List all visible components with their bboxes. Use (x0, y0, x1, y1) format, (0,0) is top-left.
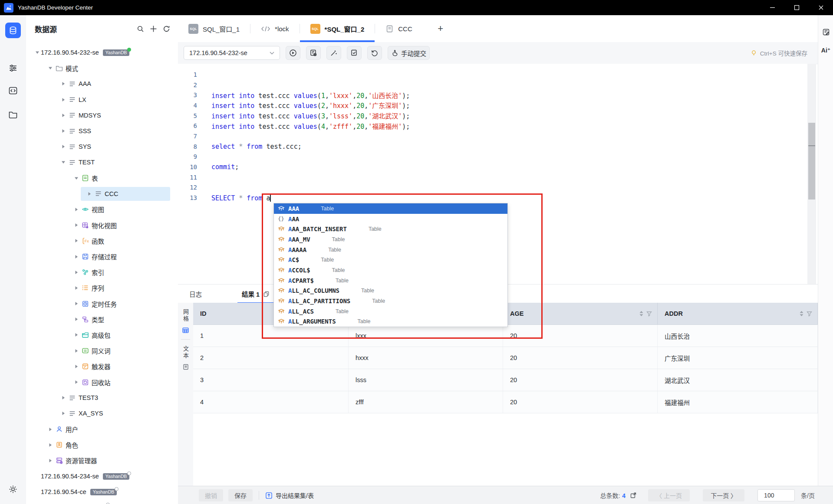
tree-item-索引[interactable]: 索引 (26, 265, 178, 280)
tree-item-SSS[interactable]: SSS (26, 123, 178, 139)
chevron-right-icon[interactable] (73, 206, 80, 213)
editor-line-7[interactable]: 7 (178, 131, 807, 141)
chevron-right-icon[interactable] (73, 300, 80, 307)
chevron-right-icon[interactable] (73, 253, 80, 260)
chevron-right-icon[interactable] (60, 80, 67, 87)
editor-line-9[interactable]: 9 (178, 152, 807, 162)
tree-item-172.16.90.54-232-se[interactable]: 172.16.90.54-232-seYashanDB (26, 45, 178, 60)
editor-line-3[interactable]: 3insert into test.ccc values(1,'lxxx',20… (178, 90, 807, 100)
grid-cell[interactable]: 4 (193, 391, 349, 413)
add-datasource-icon[interactable] (150, 25, 157, 33)
sort-icon[interactable] (639, 311, 644, 317)
tree-item-序列[interactable]: 序列 (26, 280, 178, 296)
autocomplete-item-AAA[interactable]: AAATable (274, 203, 507, 214)
tree-item-存储过程[interactable]: 存储过程 (26, 249, 178, 264)
editor-tab-SQL_窗口_1[interactable]: SQLSQL_窗口_1 (178, 15, 250, 42)
chevron-right-icon[interactable] (73, 316, 80, 323)
tree-item-表[interactable]: 表 (26, 170, 178, 186)
grid-data-row[interactable]: 1lxxx20山西长治 (193, 325, 818, 347)
tree-item-类型[interactable]: 类型 (26, 311, 178, 327)
rollback-button[interactable] (367, 46, 382, 60)
autocomplete-item-ACCOL$[interactable]: ACCOL$Table (274, 265, 507, 275)
tree-item-LX[interactable]: LX (26, 92, 178, 108)
validate-button[interactable] (347, 46, 362, 60)
chevron-right-icon[interactable] (73, 331, 80, 338)
column-header-AGE[interactable]: AGE (503, 303, 658, 324)
chevron-right-icon[interactable] (47, 457, 54, 464)
tree-item-同义词[interactable]: 同义词 (26, 343, 178, 359)
autocomplete-item-AC$[interactable]: AC$Table (274, 255, 507, 265)
chevron-right-icon[interactable] (73, 379, 80, 386)
grid-cell[interactable]: 山西长治 (658, 325, 818, 347)
tree-item-触发器[interactable]: 触发器 (26, 359, 178, 374)
autocomplete-item-ALL_AC_COLUMNS[interactable]: ALL_AC_COLUMNSTable (274, 286, 507, 296)
tree-item-用户[interactable]: 用户 (26, 422, 178, 437)
grid-cell[interactable]: 1 (193, 325, 349, 347)
autocomplete-item-ALL_ARGUMENTS[interactable]: ALL_ARGUMENTSTable (274, 317, 507, 327)
editor-line-10[interactable]: 10commit; (178, 162, 807, 172)
chevron-right-icon[interactable] (60, 128, 67, 134)
tree-item-物化视图[interactable]: 物化视图 (26, 217, 178, 233)
settings-gear-icon[interactable] (5, 481, 21, 497)
save-button[interactable]: 保存 (228, 489, 253, 501)
grid-cell[interactable]: 20 (503, 347, 658, 369)
editor-line-1[interactable]: 1 (178, 69, 807, 80)
editor-tab-CCC[interactable]: CCC (375, 15, 423, 42)
grid-cell[interactable]: lsss (349, 369, 503, 391)
editor-line-5[interactable]: 5insert into test.ccc values(3,'lsss',20… (178, 111, 807, 121)
notes-edit-icon[interactable] (818, 28, 833, 36)
chevron-right-icon[interactable] (34, 488, 41, 495)
grid-cell[interactable]: 20 (503, 325, 658, 347)
tree-item-高级包[interactable]: 高级包 (26, 327, 178, 343)
editor-line-2[interactable]: 2 (178, 80, 807, 90)
chevron-right-icon[interactable] (73, 347, 80, 354)
chevron-right-icon[interactable] (60, 112, 67, 119)
tree-item-资源管理器[interactable]: 资源管理器 (26, 453, 178, 468)
format-wand-button[interactable] (326, 46, 341, 60)
chevron-right-icon[interactable] (34, 473, 41, 480)
grid-cell[interactable]: 湖北武汉 (658, 369, 818, 391)
chevron-right-icon[interactable] (73, 363, 80, 370)
chevron-right-icon[interactable] (73, 222, 80, 229)
view-text-tab[interactable]: 文本 (178, 345, 193, 370)
ai-assistant-icon[interactable]: Ai⁺ (818, 47, 833, 54)
editor-tab-SQL_窗口_2[interactable]: SQL*SQL_窗口_2 (300, 15, 375, 42)
run-button[interactable] (286, 46, 300, 60)
editor-scrollbar-thumb[interactable] (808, 123, 815, 200)
chevron-right-icon[interactable] (60, 394, 67, 401)
chevron-down-icon[interactable] (47, 65, 54, 72)
editor-line-4[interactable]: 4insert into test.ccc values(2,'hxxx',20… (178, 100, 807, 111)
folder-nav-icon[interactable] (5, 107, 21, 122)
editor-line-6[interactable]: 6insert into test.ccc values(4,'zfff',20… (178, 121, 807, 131)
undo-button[interactable]: 撤销 (199, 489, 223, 501)
close-button[interactable] (809, 0, 833, 15)
chevron-right-icon[interactable] (73, 285, 80, 291)
tree-item-XA_SYS[interactable]: XA_SYS (26, 406, 178, 421)
autocomplete-item-AAA[interactable]: {}AAA (274, 214, 507, 224)
refresh-icon[interactable] (163, 25, 170, 33)
tree-item-172.16.90.54-ce[interactable]: 172.16.90.54-ceYashanDB (26, 484, 178, 500)
chevron-right-icon[interactable] (47, 426, 54, 433)
editor-line-12[interactable]: 12 (178, 183, 807, 193)
tree-item-AAA[interactable]: AAA (26, 76, 178, 92)
tree-item-角色[interactable]: 角色 (26, 437, 178, 453)
search-icon[interactable] (137, 25, 144, 33)
tree-item-172.16.90.54-234-se[interactable]: 172.16.90.54-234-seYashanDB (26, 468, 178, 484)
autocomplete-item-ALL_AC_PARTITIONS[interactable]: ALL_AC_PARTITIONSTable (274, 296, 507, 306)
grid-cell[interactable]: 福建福州 (658, 391, 818, 413)
tree-item-回收站[interactable]: 回收站 (26, 374, 178, 390)
datasource-nav-icon[interactable] (5, 23, 21, 38)
chevron-right-icon[interactable] (73, 237, 80, 244)
tree-item-视图[interactable]: 视图 (26, 202, 178, 217)
autocomplete-item-AAAAA[interactable]: AAAAATable (274, 245, 507, 255)
chevron-right-icon[interactable] (60, 143, 67, 150)
tab-result-1[interactable]: 结果 1 (237, 285, 274, 303)
autocomplete-item-AAA_BATCH_INSERT[interactable]: AAA_BATCH_INSERTTable (274, 224, 507, 234)
grid-cell[interactable]: hxxx (349, 347, 503, 369)
column-header-ADDR[interactable]: ADDR (658, 303, 818, 324)
chevron-right-icon[interactable] (60, 96, 67, 103)
tune-nav-icon[interactable] (5, 60, 21, 76)
maximize-button[interactable] (784, 0, 809, 15)
grid-cell[interactable]: 广东深圳 (658, 347, 818, 369)
autocomplete-item-AAA_MV[interactable]: AAA_MVTable (274, 234, 507, 245)
